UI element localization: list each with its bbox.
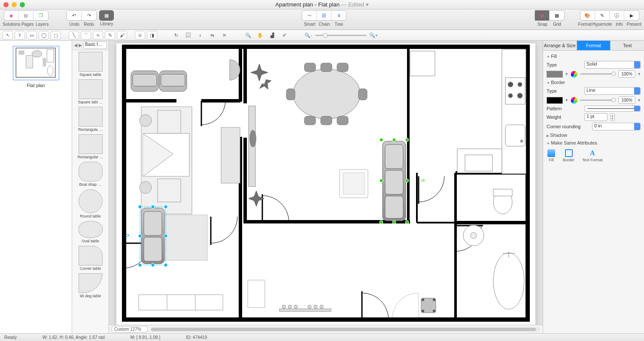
stencil-prev-icon[interactable]: ◀ [74, 42, 77, 48]
fill-section[interactable]: Fill [547, 52, 641, 60]
measure-tool[interactable]: ▟ [267, 31, 277, 39]
svg-rect-61 [162, 215, 207, 260]
svg-rect-64 [144, 237, 162, 261]
smart-connector-button[interactable]: ⤳ [302, 10, 317, 21]
svg-rect-51 [133, 74, 157, 86]
msa-text-button[interactable]: AText Format [582, 149, 603, 162]
tree-connector-button[interactable]: ⋔ [331, 10, 346, 21]
svg-point-87 [380, 220, 383, 224]
spline-tool[interactable]: ∿ [93, 31, 103, 39]
text-tool[interactable]: T [15, 31, 25, 39]
border-color-wheel-icon[interactable] [571, 97, 577, 104]
present-button[interactable]: ▶ [624, 10, 639, 21]
stencil-item[interactable]: Rectangular … [74, 134, 107, 159]
fill-color-wheel-icon[interactable] [571, 71, 577, 78]
brush-tool[interactable]: 🖌 [117, 31, 127, 39]
stencil-category-select[interactable]: Basic f… [83, 42, 107, 49]
corner-rounding-select[interactable]: 0 in [592, 123, 641, 130]
border-opacity-slider[interactable] [580, 100, 616, 101]
undo-label: Undo [67, 22, 82, 27]
horizontal-scrollbar[interactable] [150, 327, 540, 332]
redo-button[interactable]: ↷ [82, 10, 96, 21]
close-icon[interactable] [3, 2, 9, 7]
arc-tool[interactable]: ⌒ [81, 31, 91, 39]
svg-rect-4 [43, 58, 46, 66]
stencil-item[interactable]: Square tabl … [74, 79, 107, 104]
fill-opacity-slider[interactable] [580, 73, 616, 75]
stencil-item[interactable]: 90 deg table [74, 273, 107, 298]
pages-button[interactable]: ▤ [19, 10, 33, 21]
weight-stepper[interactable]: ▲▼ [610, 113, 615, 121]
svg-rect-2 [26, 55, 33, 68]
stencil-next-icon[interactable]: ▶ [79, 42, 82, 48]
maximize-icon[interactable] [20, 2, 25, 7]
tab-arrange[interactable]: Arrange & Size [543, 41, 577, 50]
svg-rect-79 [385, 145, 403, 169]
msa-section[interactable]: Make Same Attributes [547, 139, 641, 147]
pencil-tool[interactable]: ✎ [105, 31, 115, 39]
zoom-combo[interactable]: Custom 127% [112, 326, 148, 332]
pointer-tool[interactable]: ↖ [3, 31, 13, 39]
solutions-button[interactable]: ◆ [4, 10, 19, 21]
stencil-item[interactable]: Square table [74, 52, 107, 77]
line-tool[interactable]: ╲ [69, 31, 79, 39]
stencil-item[interactable]: Boat shap … [74, 162, 107, 187]
tab-format[interactable]: Format [577, 41, 611, 50]
eyedropper-tool[interactable]: ✐ [279, 31, 289, 39]
grid-button[interactable]: ▦ [550, 10, 564, 21]
canvas[interactable]: ⟳ ⟳ [116, 43, 535, 325]
align-tool[interactable]: ⫞ [195, 31, 205, 39]
distribute-tool[interactable]: ⤧ [219, 31, 229, 39]
undo-button[interactable]: ↶ [67, 10, 82, 21]
svg-rect-52 [161, 74, 185, 86]
rect-tool[interactable]: ▭ [27, 31, 37, 39]
border-type-select[interactable]: Line [584, 87, 641, 95]
msa-border-button[interactable]: Border [563, 149, 574, 162]
tab-text[interactable]: Text [611, 41, 644, 50]
svg-point-89 [405, 220, 409, 224]
stencil-item[interactable]: Rectangula … [74, 107, 107, 132]
shadow-section[interactable]: Shadow [547, 131, 641, 139]
stencil-item[interactable]: Corner table [74, 246, 107, 271]
chain-connector-button[interactable]: ⛓ [317, 10, 331, 21]
rotate-tool[interactable]: ↻ [171, 31, 181, 39]
callout-tool[interactable]: ◨ [147, 31, 157, 39]
border-weight-field[interactable]: 1 pt [584, 113, 608, 121]
fill-opacity-value[interactable]: 100% [618, 70, 635, 78]
fill-type-select[interactable]: Solid [584, 61, 641, 69]
format-button[interactable]: 🎨 [580, 10, 595, 21]
zoom-slider[interactable] [315, 35, 367, 36]
svg-rect-44 [304, 116, 316, 125]
page-thumbnail[interactable] [13, 46, 59, 80]
snap-button[interactable]: ◉ [535, 10, 550, 21]
border-opacity-value[interactable]: 100% [618, 97, 635, 104]
border-pattern-select[interactable] [584, 106, 641, 112]
group-tool[interactable]: ⿶ [183, 31, 193, 39]
toolbar-left-seg: ◆ ▤ ❐ [4, 10, 49, 21]
hand-tool[interactable]: ✋ [255, 31, 265, 39]
border-section[interactable]: Border [547, 78, 641, 86]
info-button[interactable]: ⓘ [610, 10, 624, 21]
library-button[interactable]: ▦ Library [99, 10, 114, 26]
stencil-list[interactable]: Square tableSquare tabl …Rectangula …Rec… [72, 50, 109, 333]
stencil-item[interactable]: Oval table [74, 221, 107, 243]
fill-color-swatch[interactable] [547, 71, 563, 78]
msa-fill-button[interactable]: Fill [547, 149, 555, 162]
status-bar: Ready W: 1.62, H: 0.46, Angle: 1.57 rad … [0, 333, 644, 341]
ellipse-tool[interactable]: ◯ [39, 31, 49, 39]
border-color-swatch[interactable] [547, 97, 563, 104]
flip-tool[interactable]: ⇋ [207, 31, 217, 39]
hypernote-button[interactable]: ✎ [595, 10, 610, 21]
page-name[interactable]: Flat plan [3, 83, 68, 88]
svg-rect-92 [343, 173, 365, 194]
zoom-out-button[interactable]: 🔍- [303, 31, 313, 39]
svg-rect-47 [286, 89, 295, 100]
zoom-tool[interactable]: 🔍 [243, 31, 253, 39]
stamp-tool[interactable]: ⎚ [135, 31, 145, 39]
minimize-icon[interactable] [12, 2, 17, 7]
zoom-in-button[interactable]: 🔍+ [368, 31, 379, 39]
rrect-tool[interactable]: ▢ [51, 31, 61, 39]
layers-button[interactable]: ❐ [33, 10, 48, 21]
svg-point-99 [314, 305, 317, 308]
stencil-item[interactable]: Round table [74, 189, 107, 218]
